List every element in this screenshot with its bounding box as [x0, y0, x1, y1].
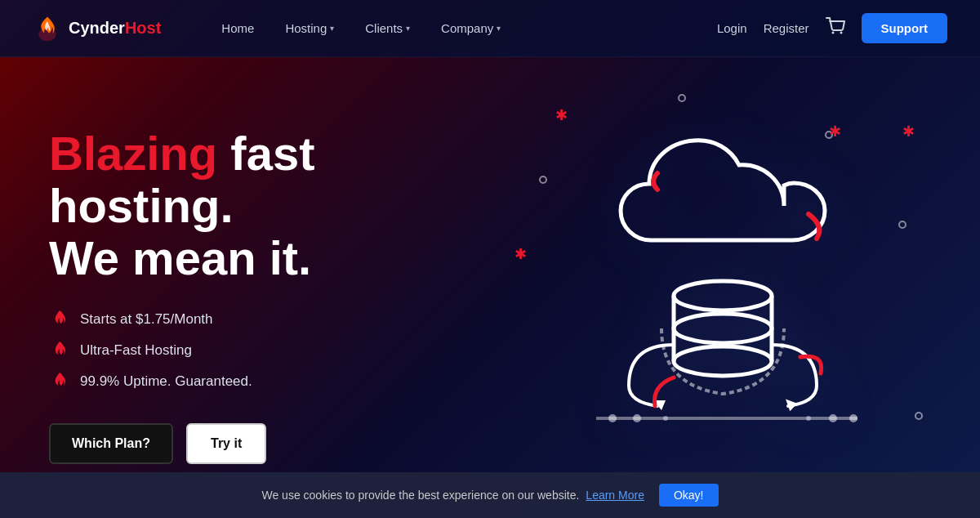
svg-point-16	[806, 416, 811, 421]
cookie-learn-more[interactable]: Learn More	[586, 489, 644, 502]
support-button[interactable]: Support	[862, 13, 948, 43]
which-plan-button[interactable]: Which Plan?	[49, 423, 173, 464]
svg-point-5	[674, 346, 772, 376]
flame-icon	[33, 14, 62, 43]
deco-circle	[898, 221, 906, 229]
nav-company[interactable]: Company ▾	[430, 15, 512, 42]
flame-bullet-icon	[49, 371, 70, 392]
cookie-ok-button[interactable]: Okay!	[659, 484, 719, 507]
chevron-down-icon: ▾	[497, 24, 501, 33]
svg-point-4	[674, 314, 772, 343]
cookie-message: We use cookies to provide the best exper…	[261, 489, 579, 502]
flame-bullet-icon	[49, 340, 70, 361]
chevron-down-icon: ▾	[406, 24, 410, 33]
register-link[interactable]: Register	[764, 21, 809, 35]
svg-point-3	[674, 281, 772, 310]
svg-point-1	[831, 32, 834, 34]
deco-asterisk: ✱	[555, 106, 568, 124]
navbar: CynderHost Home Hosting ▾ Clients ▾ Comp…	[0, 0, 980, 57]
feature-item: 99.9% Uptime. Guaranteed.	[49, 371, 490, 392]
flame-bullet-icon	[49, 309, 70, 330]
nav-home[interactable]: Home	[210, 15, 265, 42]
nav-right: Login Register Support	[717, 13, 947, 43]
svg-point-14	[829, 414, 837, 422]
cloud-database-illustration	[531, 132, 890, 443]
hero-left: Blazing fast hosting. We mean it. Starts…	[49, 111, 490, 463]
feature-item: Ultra-Fast Hosting	[49, 340, 490, 361]
deco-asterisk: ✱	[514, 245, 527, 263]
hero-right: ✱ ✱ ✱ ✱	[490, 57, 931, 518]
hero-heading: Blazing fast hosting. We mean it.	[49, 127, 490, 284]
svg-point-13	[663, 416, 668, 421]
nav-hosting[interactable]: Hosting ▾	[274, 15, 345, 42]
logo-text: CynderHost	[69, 19, 161, 38]
hero-buttons: Which Plan? Try it	[49, 423, 490, 464]
login-link[interactable]: Login	[717, 21, 747, 35]
chevron-down-icon: ▾	[330, 24, 334, 33]
deco-circle	[678, 94, 686, 102]
svg-point-2	[840, 32, 842, 34]
svg-point-11	[608, 414, 617, 422]
feature-item: Starts at $1.75/Month	[49, 309, 490, 330]
hero-section: Blazing fast hosting. We mean it. Starts…	[0, 57, 980, 518]
logo[interactable]: CynderHost	[33, 14, 161, 43]
nav-clients[interactable]: Clients ▾	[354, 15, 421, 42]
deco-asterisk: ✱	[902, 123, 915, 141]
deco-circle	[915, 412, 923, 420]
cookie-banner: We use cookies to provide the best exper…	[0, 472, 980, 518]
svg-point-15	[849, 414, 858, 422]
svg-point-12	[633, 414, 641, 422]
cart-icon[interactable]	[826, 17, 845, 39]
try-it-button[interactable]: Try it	[186, 423, 266, 464]
hero-features: Starts at $1.75/Month Ultra-Fast Hosting…	[49, 309, 490, 392]
nav-links: Home Hosting ▾ Clients ▾ Company ▾	[210, 15, 717, 42]
